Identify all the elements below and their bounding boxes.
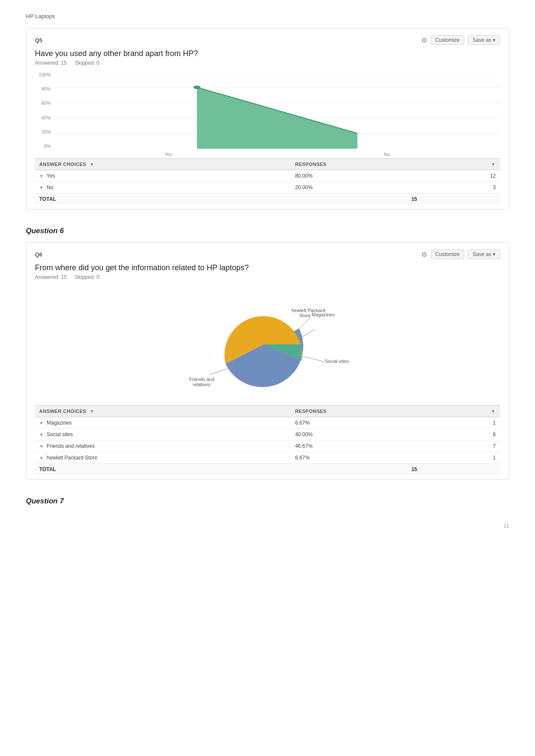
svg-text:Friends and: Friends and [189, 377, 214, 382]
table-row: ▼ Social sites 40.00% 6 [35, 429, 500, 440]
q6-row3-response: 46.67% [291, 440, 407, 452]
row2-dropdown-icon[interactable]: ▼ [39, 185, 44, 190]
q6-col-choices-header[interactable]: ANSWER CHOICES ▼ [35, 406, 291, 417]
svg-line-12 [210, 367, 232, 375]
q5-row2-choice: ▼ No [35, 182, 291, 194]
q6-row3-choice: ▼ Friends and relatives [35, 440, 291, 452]
q6-row4-dropdown-icon[interactable]: ▼ [39, 456, 44, 460]
q5-number: Q5 [35, 37, 42, 44]
q5-col-choices-header[interactable]: ANSWER CHOICES ▼ [35, 159, 291, 170]
q5-answer-table: ANSWER CHOICES ▼ RESPONSES ▼ ▼ Yes 80.00… [35, 158, 500, 205]
svg-text:Store: Store [299, 313, 310, 318]
q6-row1-response: 6.67% [291, 417, 407, 429]
q6-row2-choice: ▼ Social sites [35, 429, 291, 440]
q7-section-title: Question 7 [26, 497, 509, 506]
row1-dropdown-icon[interactable]: ▼ [39, 174, 44, 178]
table-row: ▼ Yes 80.00% 12 [35, 170, 500, 182]
q5-total-response [291, 194, 407, 205]
svg-point-7 [194, 86, 201, 89]
svg-text:relatives: relatives [193, 382, 210, 387]
q5-col-responses-header: RESPONSES [291, 159, 407, 170]
q5-col-count-header[interactable]: ▼ [407, 159, 500, 170]
q6-row4-count: 1 [407, 452, 500, 464]
q6-skipped: Skipped: 0 [75, 274, 100, 280]
q5-row2-response: 20.00% [291, 182, 407, 194]
q5-customize-button[interactable]: Customize [431, 35, 465, 45]
q6-row3-count: 7 [407, 440, 500, 452]
q6-row3-dropdown-icon[interactable]: ▼ [39, 444, 44, 449]
q5-saveas-button[interactable]: Save as [468, 35, 500, 45]
q6-section-title: Question 6 [26, 227, 509, 235]
page-header: HP Laptops [26, 13, 509, 19]
q6-answered: Answered: 15 [35, 274, 66, 280]
q5-sort-responses-icon[interactable]: ▼ [491, 162, 496, 167]
q6-total-response [291, 464, 407, 475]
q6-row1-choice: ▼ Magazines [35, 417, 291, 429]
q6-sort-choices-icon[interactable]: ▼ [90, 409, 94, 414]
q6-actions: ⚙ Customize Save as [421, 250, 500, 259]
q5-answered: Answered: 15 [35, 60, 66, 66]
q5-row1-count: 12 [407, 170, 500, 182]
gear-icon[interactable]: ⚙ [421, 36, 427, 44]
q6-row1-dropdown-icon[interactable]: ▼ [39, 421, 44, 425]
svg-line-10 [301, 356, 324, 362]
q6-row2-dropdown-icon[interactable]: ▼ [39, 432, 44, 437]
q6-card: Q6 ⚙ Customize Save as From where did yo… [26, 242, 509, 480]
gear-icon-q6[interactable]: ⚙ [421, 250, 427, 259]
q6-number: Q6 [35, 251, 42, 258]
table-row: ▼ Friends and relatives 46.67% 7 [35, 440, 500, 452]
q6-chart: Magazines Social sites Friends and relat… [35, 286, 500, 398]
q5-chart: 100% 80% 60% 40% 20% 0% [35, 72, 500, 158]
q5-actions: ⚙ Customize Save as [421, 35, 500, 45]
table-row: ▼ hewlett Packard Store 6.67% 1 [35, 452, 500, 464]
q5-y-axis: 100% 80% 60% 40% 20% 0% [35, 72, 54, 158]
q5-skipped: Skipped: 0 [75, 60, 100, 66]
q6-customize-button[interactable]: Customize [431, 250, 465, 259]
q5-total-count: 15 [407, 194, 500, 205]
q6-row4-response: 6.67% [291, 452, 407, 464]
svg-line-8 [296, 317, 311, 331]
q6-title: From where did you get the information r… [35, 263, 500, 272]
q6-row2-count: 6 [407, 429, 500, 440]
q5-x-axis: Yes No [54, 152, 500, 157]
q6-total-label: TOTAL [35, 464, 291, 475]
svg-text:hewlett Packard: hewlett Packard [291, 308, 325, 313]
q6-col-count-header[interactable]: ▼ [407, 406, 500, 417]
q6-row1-count: 1 [407, 417, 500, 429]
q5-card: Q5 ⚙ Customize Save as Have you used any… [26, 28, 509, 209]
q5-sort-choices-icon[interactable]: ▼ [90, 162, 94, 167]
q6-saveas-button[interactable]: Save as [468, 250, 500, 259]
q6-row2-response: 40.00% [291, 429, 407, 440]
q5-card-header: Q5 ⚙ Customize Save as [35, 35, 500, 45]
q6-total-row: TOTAL 15 [35, 464, 500, 475]
q6-meta: Answered: 15 Skipped: 0 [35, 274, 500, 280]
q5-row1-response: 80.00% [291, 170, 407, 182]
page-number: 11 [26, 523, 509, 529]
q6-card-header: Q6 ⚙ Customize Save as [35, 250, 500, 259]
q5-total-label: TOTAL [35, 194, 291, 205]
table-row: ▼ Magazines 6.67% 1 [35, 417, 500, 429]
q5-chart-body: Yes No [54, 72, 500, 158]
q5-meta: Answered: 15 Skipped: 0 [35, 60, 500, 66]
svg-text:Social sites: Social sites [325, 359, 349, 364]
q5-row2-count: 3 [407, 182, 500, 194]
q6-total-count: 15 [407, 464, 500, 475]
q5-total-row: TOTAL 15 [35, 194, 500, 205]
q6-col-responses-header: RESPONSES [291, 406, 407, 417]
q5-title: Have you used any other brand apart from… [35, 49, 500, 58]
q5-row1-choice: ▼ Yes [35, 170, 291, 182]
table-row: ▼ No 20.00% 3 [35, 182, 500, 194]
q6-sort-responses-icon[interactable]: ▼ [491, 409, 496, 414]
q6-answer-table: ANSWER CHOICES ▼ RESPONSES ▼ ▼ Magazines… [35, 405, 500, 475]
q6-row4-choice: ▼ hewlett Packard Store [35, 452, 291, 464]
